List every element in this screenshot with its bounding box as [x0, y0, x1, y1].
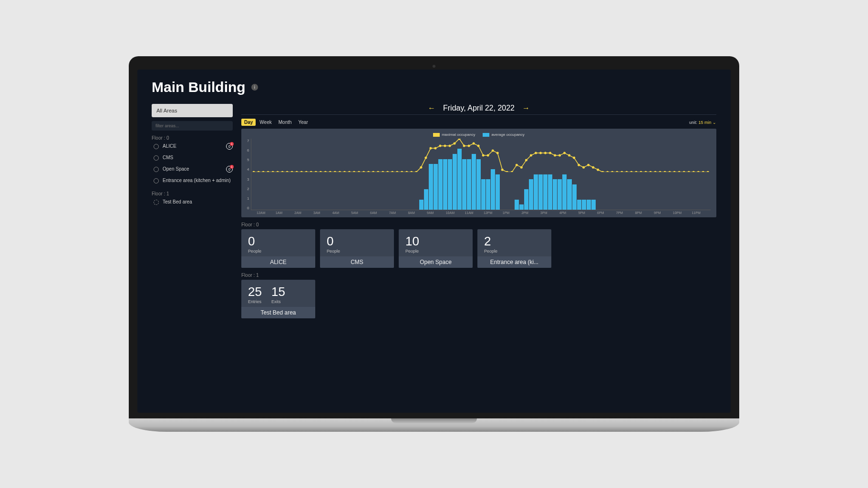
chart-bar	[453, 154, 457, 210]
chevron-down-icon: ⌄	[713, 120, 716, 125]
floor-label: Floor : 1	[152, 191, 233, 196]
tile-unit: People	[327, 249, 340, 254]
area-name-label: ALICE	[163, 143, 176, 149]
chart-bar	[558, 179, 562, 210]
sidebar-item-area[interactable]: Entrance area (kitchen + admin)	[152, 175, 233, 186]
floor0-section-label: Floor : 0	[241, 222, 716, 227]
chart-bar	[529, 179, 533, 210]
tab-year[interactable]: Year	[296, 119, 311, 126]
chart-bar	[553, 179, 557, 210]
area-name-label: Entrance area (kitchen + admin)	[163, 178, 231, 183]
tile-unit: People	[405, 249, 419, 254]
tab-week[interactable]: Week	[257, 119, 274, 126]
sidebar-item-area[interactable]: Test Bed area	[152, 196, 233, 208]
legend-max: maximal occupancy	[433, 132, 475, 137]
tile-count: 10	[405, 234, 419, 249]
chart-bar	[434, 164, 438, 210]
tile-unit: People	[484, 249, 497, 254]
chart-bar	[429, 164, 433, 210]
chart-bar	[448, 159, 452, 210]
floor-label: Floor : 0	[152, 135, 233, 141]
count-badge: 01	[226, 166, 233, 173]
floor1-tiles: 25Entries15ExitsTest Bed area	[241, 280, 716, 318]
area-name-label: CMS	[163, 155, 173, 161]
area-tile[interactable]: 0PeopleALICE	[241, 229, 315, 268]
date-navigator: ← Friday, April 22, 2022 →	[241, 104, 716, 115]
chart-bar	[481, 179, 486, 210]
date-label: Friday, April 22, 2022	[443, 104, 515, 112]
chart-bar	[424, 189, 428, 210]
radio-icon	[154, 178, 159, 183]
chart-bar	[582, 200, 586, 210]
area-tile[interactable]: 2PeopleEntrance area (ki...	[477, 229, 551, 268]
tile-name: Open Space	[399, 256, 473, 268]
chart-bar	[519, 204, 524, 210]
tile-name: Test Bed area	[241, 307, 315, 318]
tab-day[interactable]: Day	[241, 119, 256, 126]
filter-areas-input[interactable]	[152, 121, 233, 131]
chart-bar	[577, 200, 581, 210]
unit-selector[interactable]: unit: 15 min ⌄	[689, 120, 716, 125]
chart-bar	[538, 174, 543, 210]
tile-count: 2	[484, 234, 497, 249]
chart-bar	[572, 184, 577, 210]
alert-dot-icon: 1	[230, 165, 234, 169]
chart-plot	[251, 139, 711, 210]
next-arrow-icon[interactable]: →	[522, 104, 530, 112]
all-areas-button[interactable]: All Areas	[152, 104, 233, 117]
chart-bar	[548, 174, 552, 210]
legend-avg: average occupancy	[483, 132, 524, 137]
period-tabs: DayWeekMonthYear	[241, 119, 311, 126]
chart-bar	[419, 200, 424, 210]
tile-count: 0	[248, 234, 261, 249]
chart-bar	[567, 179, 571, 210]
app-screen: Main Building i All Areas Floor : 0ALICE…	[137, 70, 731, 413]
sidebar-item-area[interactable]: Open Space01	[152, 163, 233, 175]
radio-icon	[154, 200, 159, 205]
radio-icon	[154, 144, 159, 149]
sidebar: All Areas Floor : 0ALICE01CMSOpen Space0…	[152, 104, 233, 318]
main-panel: ← Friday, April 22, 2022 → DayWeekMonthY…	[241, 104, 716, 318]
tile-entries: 25	[248, 285, 262, 299]
sidebar-item-area[interactable]: ALICE01	[152, 141, 233, 152]
chart-bar	[438, 159, 443, 210]
chart-bar	[491, 169, 495, 210]
floor1-section-label: Floor : 1	[241, 273, 716, 278]
page-title: Main Building i	[152, 79, 716, 95]
area-name-label: Test Bed area	[163, 199, 192, 205]
area-tile[interactable]: 25Entries15ExitsTest Bed area	[241, 280, 315, 318]
alert-dot-icon: 1	[230, 142, 234, 146]
chart-bar	[462, 159, 466, 210]
area-tile[interactable]: 0PeopleCMS	[320, 229, 394, 268]
radio-icon	[154, 167, 159, 172]
tile-name: CMS	[320, 256, 394, 268]
chart-bar	[457, 149, 462, 210]
chart-bar	[562, 174, 567, 210]
chart-bar	[543, 174, 548, 210]
sidebar-item-area[interactable]: CMS	[152, 152, 233, 163]
radio-icon	[154, 155, 159, 161]
count-badge: 01	[226, 143, 233, 150]
chart-bar	[443, 159, 447, 210]
tile-count: 0	[327, 234, 340, 249]
tile-name: Entrance area (ki...	[477, 256, 551, 268]
prev-arrow-icon[interactable]: ←	[428, 104, 435, 112]
chart-bar	[534, 174, 538, 210]
area-tile[interactable]: 10PeopleOpen Space	[399, 229, 473, 268]
laptop-frame: Main Building i All Areas Floor : 0ALICE…	[129, 56, 739, 432]
info-icon[interactable]: i	[251, 84, 258, 91]
chart-x-axis: 12AM1AM2AM3AM4AM5AM6AM7AM8AM9AM10AM11AM1…	[257, 211, 711, 214]
tab-month[interactable]: Month	[276, 119, 295, 126]
tile-unit: People	[248, 249, 261, 254]
tile-exits: 15	[271, 285, 285, 299]
chart-bar	[515, 200, 519, 210]
chart-y-axis: 76543210	[247, 139, 251, 210]
chart-bar	[472, 154, 476, 210]
occupancy-chart: maximal occupancy average occupancy 7654…	[241, 129, 716, 217]
area-name-label: Open Space	[163, 166, 189, 172]
floor0-tiles: 0PeopleALICE0PeopleCMS10PeopleOpen Space…	[241, 229, 716, 268]
chart-bar	[486, 179, 490, 210]
chart-bar	[467, 159, 471, 210]
chart-bar	[476, 159, 481, 210]
chart-bar	[587, 200, 591, 210]
